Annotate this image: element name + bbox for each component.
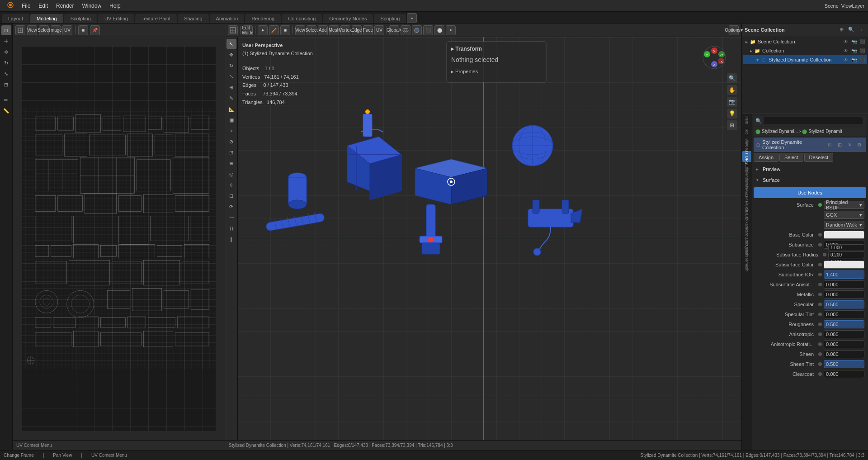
anisotropic-value[interactable]: 0.000 [824, 330, 864, 338]
tool-spin[interactable]: ⟳ [226, 202, 236, 212]
select-button[interactable]: Select [779, 153, 803, 162]
edit-mode-btn[interactable]: Edit Mode [243, 25, 253, 35]
tab-shading[interactable]: Shading [178, 14, 208, 23]
tab-quad-remesh[interactable]: Quad Remesh [742, 253, 751, 264]
uv-btn[interactable]: UV [374, 25, 384, 35]
outliner-scene-collection[interactable]: ▸ 📁 Scene Collection 👁 📷 ⬛ [743, 37, 867, 46]
menu-edit[interactable]: Edit [35, 2, 52, 10]
preview-section[interactable]: ▸ Preview [754, 164, 866, 175]
tool-move[interactable]: ✥ [1, 47, 11, 57]
tab-sculpting[interactable]: Sculpting [64, 14, 97, 23]
outliner-search-btn[interactable]: 🔍 [847, 26, 855, 34]
3d-viewport[interactable]: ↖ ✥ ↻ ⤡ ⊞ ✎ 📐 ▣ ⌖ ⊘ ⊡ ⊕ ◎ ◊ ⊟ ⟳ 〰 ⟨⟩ ∥ [225, 37, 741, 440]
surface-type-value[interactable]: Principled BSDF ▾ [824, 201, 864, 209]
tool-scale-3d[interactable]: ⤡ [226, 71, 236, 81]
anisotropic-row[interactable]: Anisotropic 0.000 [754, 329, 866, 339]
shading-solid-btn[interactable]: ⬛ [423, 25, 433, 35]
tool-smooth[interactable]: 〰 [226, 213, 236, 223]
tool-bevel[interactable]: ◊ [226, 180, 236, 190]
uv-view-btn[interactable]: View [27, 25, 37, 35]
tab-kit-ops[interactable]: KIT OPS [742, 151, 751, 162]
overlay-btn[interactable] [401, 25, 410, 35]
scene-collection-camera[interactable]: 📷 [851, 38, 857, 45]
uv-select-btn[interactable]: Select [39, 25, 49, 35]
subsurface-aniso-row[interactable]: Subsurface Anisot... 0.000 [754, 280, 866, 289]
stylized-collection-eye[interactable]: 👁 [843, 57, 849, 63]
specular-tint-value[interactable]: 0.000 [824, 310, 864, 318]
tab-geometry-nodes[interactable]: Geometry Nodes [323, 14, 373, 23]
tool-shear[interactable]: ∥ [226, 234, 236, 244]
surface-section-header[interactable]: ▾ Surface [754, 175, 866, 185]
random-walk-value[interactable]: Random Walk ▾ [824, 221, 864, 229]
metallic-row[interactable]: Metallic 0.000 [754, 289, 866, 299]
menu-file[interactable]: File [18, 2, 34, 10]
uv-image-btn[interactable]: Image [51, 25, 61, 35]
roughness-row[interactable]: Roughness 0.500 [754, 319, 866, 329]
uv-viewport[interactable] [13, 37, 225, 440]
subsurface-radius-row[interactable]: Subsurface Radius 1.000 0.200 0.100 [754, 250, 866, 260]
tab-modeling[interactable]: Modeling [30, 14, 63, 23]
base-color-swatch[interactable] [824, 231, 864, 239]
uv-pin-btn[interactable]: 📌 [90, 25, 100, 35]
tool-extrude[interactable]: ⊕ [226, 158, 236, 168]
viewport-search-btn[interactable]: 🔍 [727, 73, 737, 83]
tool-scale[interactable]: ⤡ [1, 69, 11, 79]
options-btn[interactable]: Options ▾ [729, 25, 739, 35]
tool-rotate[interactable]: ↻ [1, 58, 11, 68]
surface-type-row[interactable]: Surface Principled BSDF ▾ [754, 200, 866, 210]
anisotropic-rot-value[interactable]: 0.000 [824, 340, 864, 348]
uv-uv-btn[interactable]: UV [62, 25, 72, 35]
stylized-collection-cam[interactable]: 📷 [851, 57, 857, 63]
scene-collection-render[interactable]: ⬛ [859, 38, 865, 45]
viewport-camera-btn[interactable]: 📷 [727, 97, 737, 107]
face-btn[interactable]: Face [363, 25, 373, 35]
subsurface-radius-r[interactable]: 1.000 [828, 244, 864, 251]
menu-window[interactable]: Window [78, 2, 105, 10]
subsurface-color-row[interactable]: Subsurface Color [754, 260, 866, 270]
metallic-value[interactable]: 0.000 [824, 290, 864, 299]
shading-rendered-btn[interactable]: ⚬ [446, 25, 456, 35]
breadcrumb-part1[interactable]: Stylized Dynami... [762, 129, 798, 134]
tool-bridge[interactable]: ⊟ [226, 191, 236, 201]
subsurface-ior-row[interactable]: Subsurface IOR 1.400 [754, 270, 866, 280]
tool-select-box[interactable]: □ [1, 25, 11, 35]
sheen-tint-value[interactable]: 0.500 [824, 360, 864, 368]
tool-cursor-3d[interactable]: ↖ [226, 39, 236, 49]
menu-help[interactable]: Help [106, 2, 124, 10]
collection-render-icon[interactable]: ⬛ [859, 47, 865, 54]
material-settings-btn[interactable]: ⚙ [855, 141, 863, 149]
tool-knife[interactable]: ⌖ [226, 126, 236, 136]
collection-camera-icon[interactable]: 📷 [851, 47, 857, 54]
material-copy-btn[interactable]: ⎘ [826, 141, 834, 149]
vertex-select-btn[interactable]: ● [258, 25, 268, 35]
vertex-btn[interactable]: Vertex [340, 25, 350, 35]
outliner-stylized-collection[interactable]: ▾ ⬡ Stylized Dynamite Collection 👁 📷 ⬛ [743, 55, 867, 64]
viewport-grid-btn[interactable]: ⊞ [727, 120, 737, 130]
viewport-light-btn[interactable]: 💡 [727, 109, 737, 119]
tab-uv-editing[interactable]: UV Editing [98, 14, 134, 23]
subsurface-radius-g[interactable]: 0.200 [828, 251, 864, 258]
tool-measure-3d[interactable]: 📐 [226, 104, 236, 114]
mesh-btn[interactable]: Mesh [329, 25, 339, 35]
viewport-hand-btn[interactable]: ✋ [727, 85, 737, 95]
tool-cursor[interactable]: ✛ [1, 36, 11, 46]
tool-add-cube[interactable]: ▣ [226, 115, 236, 125]
clearcoat-row[interactable]: Clearcoat 0.000 [754, 369, 866, 379]
view-btn[interactable]: View [295, 25, 305, 35]
base-color-row[interactable]: Base Color [754, 230, 866, 240]
tab-tool[interactable]: Tool [742, 126, 751, 137]
tab-animation[interactable]: Animation [210, 14, 245, 23]
add-workspace-button[interactable]: + [407, 13, 417, 23]
global-btn[interactable]: Global ▾ [389, 25, 399, 35]
face-select-btn[interactable]: ■ [280, 25, 290, 35]
anisotropic-rot-row[interactable]: Anisotropic Rotati... 0.000 [754, 339, 866, 349]
tab-layout[interactable]: Layout [2, 14, 29, 23]
navigation-gizmo[interactable]: X -X Y -Y Z [701, 44, 728, 72]
tab-item[interactable]: Item [742, 115, 751, 126]
sheen-value[interactable]: 0.000 [824, 350, 864, 358]
roughness-value[interactable]: 0.500 [824, 320, 864, 328]
outliner-new-btn[interactable]: + [857, 26, 865, 34]
properties-search-input[interactable] [764, 117, 863, 124]
outliner-collection[interactable]: ▸ 📁 Collection 👁 📷 ⬛ [743, 46, 867, 55]
tab-view[interactable]: View [742, 138, 751, 148]
